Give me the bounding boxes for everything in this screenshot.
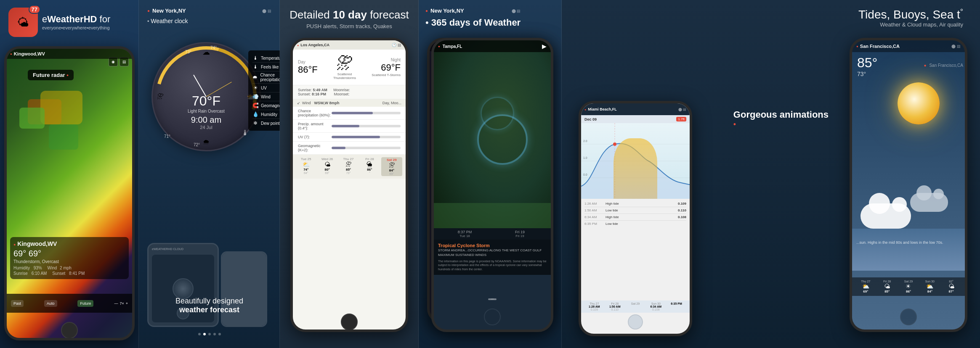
week-forecast: Tue 25 ⛅ 74° 64° Wed 26 🌤 80° 69° Thu 27… bbox=[293, 155, 406, 179]
precip-item: 🌧 Chance precipitation bbox=[252, 71, 280, 84]
miami-week-row: Thu 27 1:26 AM 0.109 Fri 28 1:50 AM 0.11… bbox=[581, 301, 690, 313]
sun-graphic bbox=[889, 74, 956, 141]
bullet-label: • bbox=[147, 18, 151, 24]
amount-bar-fill bbox=[332, 125, 359, 127]
uv-icon: ☀ bbox=[252, 85, 258, 91]
sf-home-btn[interactable] bbox=[900, 308, 917, 325]
night-temp: 69°F bbox=[372, 62, 401, 73]
day1-icon: 🌤 bbox=[317, 161, 337, 168]
auto-button[interactable]: Auto bbox=[44, 300, 57, 307]
storm-screen: ● Tampa,FL ▶ 8:37 PM Tue 18 bbox=[434, 40, 551, 330]
s4-controls: ⬤ ▤ bbox=[512, 9, 521, 13]
day-moon-label: Day, Moo... bbox=[382, 101, 401, 105]
sun-wind-bar: Sunrise: 5:49 AM Moonrise: Sunset: 8:16 … bbox=[293, 85, 406, 99]
forecast-header: Detailed 10 day forecast PUSH alerts, St… bbox=[280, 8, 419, 29]
wind-item: 💨 Wind bbox=[252, 92, 280, 101]
play-btn[interactable]: ▶ bbox=[542, 43, 547, 50]
week-day-0: Tue 25 ⛅ 74° 64° bbox=[296, 157, 316, 176]
precip-chance-row: Chance precipitation (60%): bbox=[293, 107, 406, 120]
uv-item: ☀ UV bbox=[252, 84, 280, 92]
day-temp: 86°F bbox=[298, 64, 318, 75]
clock-icon-small: 🕐 ▤ bbox=[392, 43, 401, 47]
week-day-2: Thu 27 ⛈ 85° 73° bbox=[339, 157, 358, 176]
small-cloud bbox=[910, 193, 948, 212]
clock-date: 24 Jul bbox=[188, 125, 225, 130]
notification-badge: 77 bbox=[29, 5, 40, 14]
mini-screen-label: eWEATHERHD CLOUD bbox=[152, 248, 183, 250]
day3-icon: 🌦 bbox=[360, 161, 379, 168]
page-dot-5[interactable] bbox=[218, 333, 221, 335]
forecast-home-btn[interactable] bbox=[341, 314, 358, 330]
small-phone-2b bbox=[221, 251, 267, 327]
clock-location: New York,NY bbox=[152, 8, 186, 14]
sf-wd-4: 82° 🌤 87° bbox=[941, 280, 961, 293]
sf-city: San Francisco,CA bbox=[860, 44, 900, 49]
sf-day2-icon: ☀ bbox=[898, 283, 919, 290]
radar-overlay bbox=[15, 82, 132, 200]
storm-legal-text: The information on this page is provided… bbox=[438, 259, 547, 272]
mw-day-0: Thu 27 1:26 AM 0.109 bbox=[584, 302, 604, 311]
gorgeous-text-block: Gorgeous animations • bbox=[733, 109, 829, 129]
clock-detail-panel: 🌡 Temperature 🌡 Feels like 🌧 Chance prec… bbox=[248, 50, 280, 131]
section4-header: ● New York,NY ⬤ ▤ • 365 days of Weather bbox=[425, 8, 521, 28]
dew-icon: ❄ bbox=[252, 120, 258, 126]
storm-home-btn[interactable] bbox=[484, 308, 501, 325]
sf-wd-3: Sun 30 ⛅ 84° bbox=[919, 280, 940, 293]
tides-header-text: Tides, Buoys, Sea t° Weather & Cloud map… bbox=[858, 8, 963, 28]
mw-day-1: Fri 28 1:50 AM 0.110 bbox=[605, 302, 625, 311]
radar-condition: Thunderstorm, Overcast bbox=[13, 259, 125, 264]
future-radar-badge: Future radar bbox=[28, 70, 74, 80]
sf-dot-location: ● San Francisco,CA bbox=[924, 63, 963, 68]
clock-widget: ☁ ⛅ 🌧 ⛈ 70°F Light Rain Overcast 9:00 am… bbox=[151, 42, 269, 160]
storm-timestamps: 8:37 PM Tue 18 Fri 19 Fri 19 bbox=[434, 228, 551, 240]
page-dot-4[interactable] bbox=[213, 333, 216, 335]
uv-bar bbox=[332, 136, 401, 138]
mw-day-2: Sat 29 bbox=[626, 302, 645, 311]
forecast-subtitle: PUSH alerts, Storm tracks, Quakes bbox=[280, 23, 419, 29]
tide-table: 1:26 AM High tide 0.109 1:50 AM Low tide… bbox=[581, 199, 690, 229]
wind-arrow: ↙ bbox=[297, 101, 300, 105]
sf-week-forecast: Thu 27 ⛅ 69° Fri 28 🌤 85° Sat 29 ☀ bbox=[852, 277, 965, 296]
thermometer-icon: 🌡 bbox=[242, 129, 249, 137]
app-subtitle: everyone•everywhere•everything bbox=[42, 25, 110, 30]
past-button[interactable]: Past bbox=[11, 300, 24, 307]
page-dot-1[interactable] bbox=[198, 333, 201, 335]
geo-icon: 🧲 bbox=[252, 103, 258, 108]
storm-more-dots[interactable]: ··· bbox=[488, 298, 497, 300]
moonrise-label: Moonrise: bbox=[333, 88, 350, 92]
tide-indicator: 1.7ft bbox=[676, 117, 686, 121]
weather-graphic: ⛈ bbox=[326, 55, 364, 71]
zoom-control[interactable]: — 7× + bbox=[114, 301, 128, 306]
beautifully-designed-text: Beautifully designed weather forecast bbox=[139, 297, 280, 314]
sf-phone: ● San Francisco,CA ⬤ ▤ 85° 73° bbox=[850, 38, 967, 332]
future-button[interactable]: Future bbox=[77, 300, 93, 307]
home-button[interactable] bbox=[61, 322, 78, 339]
sun-screen: ● San Francisco,CA ⬤ ▤ 85° 73° bbox=[852, 40, 965, 330]
sf-wd-0: Thu 27 ⛅ 69° bbox=[855, 280, 876, 293]
sf-wd-2: Sat 29 ☀ 86° bbox=[898, 280, 919, 293]
miami-phone: ● Miami Beach,FL ⬤ ▤ Dec 09 1.7ft bbox=[579, 101, 692, 336]
section-365: ● New York,NY ⬤ ▤ • 365 days of Weather … bbox=[419, 0, 562, 348]
page-dot-2[interactable] bbox=[203, 333, 206, 335]
tide-chart-area: 2.0 1.0 0.0 bbox=[581, 123, 690, 199]
storm-outer-ring bbox=[481, 97, 514, 130]
day4-icon: ⛈ bbox=[382, 162, 401, 169]
tide-highlight bbox=[613, 138, 657, 199]
clock-bottom-icon: 🌧 bbox=[203, 138, 210, 146]
cloud-shape-main bbox=[860, 203, 911, 229]
miami-date-row: Dec 09 1.7ft bbox=[581, 115, 690, 123]
page-dots bbox=[198, 333, 221, 335]
feels-icon: 🌡 bbox=[252, 64, 258, 70]
page-dot-3[interactable] bbox=[208, 333, 211, 335]
sf-day0-icon: ⛅ bbox=[855, 283, 876, 290]
forecast-screen: ● Los Angeles,CA 🕐 ▤ Day 86°F ⛈ Scattere… bbox=[293, 40, 406, 330]
clock-temperature: 70°F bbox=[188, 93, 225, 109]
geo-row: Geomagnetic (K=2): bbox=[293, 142, 406, 155]
geomagnetic-item: 🧲 Geomagnetic bbox=[252, 101, 280, 110]
location-row: ● New York,NY ⬤ ▤ bbox=[147, 8, 271, 14]
clock-center-display: 70°F Light Rain Overcast 9:00 am 24 Jul bbox=[188, 64, 225, 130]
miami-home-btn[interactable] bbox=[628, 314, 643, 330]
moonset-label: Moonset: bbox=[334, 92, 350, 96]
temp-marker-2: 74° bbox=[210, 45, 217, 50]
app-icon[interactable]: 🌤 77 bbox=[8, 8, 38, 37]
